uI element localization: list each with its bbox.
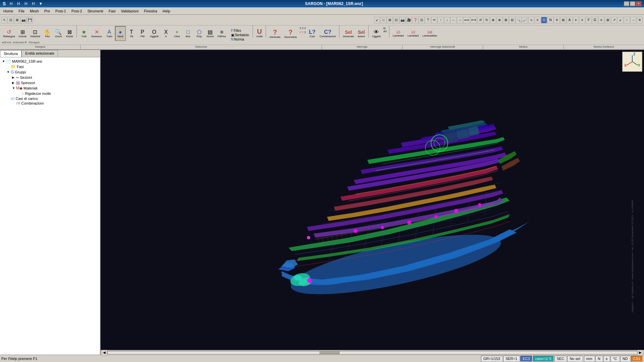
tree-root[interactable]: ▼ 📄 MAR062_1SR.wsr bbox=[1, 59, 99, 64]
viewport[interactable]: 👁 👁 bbox=[101, 50, 644, 350]
tool-save[interactable]: 💾 bbox=[27, 17, 33, 23]
oggetti-button[interactable]: O Oggetti bbox=[148, 26, 160, 41]
tr-btn-x2[interactable]: ✕ bbox=[637, 17, 643, 23]
tutto-button[interactable]: A Tutto bbox=[104, 26, 115, 41]
sezioni-expander[interactable]: ▶ bbox=[12, 76, 16, 79]
pm-button[interactable]: P PM bbox=[137, 26, 148, 41]
menu-help[interactable]: Help bbox=[160, 7, 173, 14]
scrollbar-thumb[interactable] bbox=[319, 351, 339, 354]
sel-generale-button[interactable]: Sel Generale bbox=[341, 26, 356, 41]
tree-spessori[interactable]: ▶ ▤ Spessori bbox=[1, 80, 99, 85]
materiali-expander[interactable]: ▼ bbox=[12, 86, 16, 90]
tr-btn-grid3[interactable]: ⊞ bbox=[560, 17, 566, 23]
tr-btn-hflip[interactable]: ⟺ bbox=[463, 17, 470, 23]
tree-rigidezze[interactable]: ○ Rigidezze molle bbox=[1, 91, 99, 96]
tr-btn-lines[interactable]: ≡ bbox=[535, 17, 541, 23]
tr-btn-arrows[interactable]: ↙ bbox=[374, 17, 380, 23]
combinazioni-button[interactable]: C? Combinazioni bbox=[318, 26, 337, 41]
geometria-button[interactable]: ? Geometria bbox=[282, 26, 298, 41]
scroll-right[interactable]: ▶ bbox=[637, 349, 643, 356]
tool-camera[interactable]: 📷 bbox=[20, 17, 26, 23]
nome-button[interactable]: ▤ Nome bbox=[205, 26, 216, 41]
menu-file[interactable]: File bbox=[16, 7, 27, 14]
lambda2-button[interactable]: λ3 Lambda2 bbox=[391, 26, 406, 41]
tr-btn-rt[interactable]: → bbox=[457, 17, 463, 23]
tr-btn-up[interactable]: ↑ bbox=[438, 17, 444, 23]
serbatoio-btn[interactable]: ▣ Serbatoio bbox=[230, 33, 251, 37]
tr-btn-help[interactable]: ❓ bbox=[412, 17, 418, 23]
minimize-button[interactable]: ─ bbox=[624, 1, 629, 6]
casi-button[interactable]: L? Casi bbox=[307, 26, 318, 41]
tr-btn-box[interactable]: □ bbox=[380, 17, 386, 23]
tutti-button[interactable]: ★ Tutti bbox=[78, 26, 89, 41]
filtro-btn[interactable]: F Filtro bbox=[230, 28, 251, 33]
menu-finestra[interactable]: Finestra bbox=[141, 7, 160, 14]
tr-btn-a[interactable]: A bbox=[567, 17, 573, 23]
qa-btn-1[interactable]: H bbox=[8, 1, 14, 7]
menu-pre[interactable]: Pre bbox=[42, 7, 53, 14]
includi-button[interactable]: ⊞ Includi bbox=[17, 26, 28, 41]
tr-btn-lines2[interactable]: ≡ bbox=[573, 17, 579, 23]
lambdamax-button[interactable]: λM LambdaMax bbox=[421, 26, 439, 41]
tr-btn-grid4[interactable]: ⊞ bbox=[605, 17, 611, 23]
tr-btn-zoomin[interactable]: 🔍 bbox=[516, 17, 522, 23]
mostra-oggetti-button[interactable]: 👁 Oggetti bbox=[370, 26, 382, 41]
tree-casi[interactable]: LC Casi di carico bbox=[1, 96, 99, 101]
qa-btn-4[interactable]: H bbox=[30, 1, 37, 7]
tool-grid[interactable]: ⊞ bbox=[14, 17, 20, 23]
menu-post1[interactable]: Post-1 bbox=[53, 7, 69, 14]
tree-fasi[interactable]: 📁 Fasi bbox=[1, 64, 99, 69]
tree-sezioni[interactable]: ▶ ═ Sezioni bbox=[1, 75, 99, 80]
maximize-button[interactable]: □ bbox=[630, 1, 635, 6]
norma-btn[interactable]: N Norma bbox=[230, 37, 251, 42]
fillfiss-button[interactable]: ≡ FillFiss bbox=[216, 26, 228, 41]
tr-btn-diag1[interactable]: ↗ bbox=[611, 17, 617, 23]
zoom-button[interactable]: 🔍 Zoom bbox=[53, 26, 64, 41]
struttura-tab[interactable]: Struttura bbox=[0, 50, 21, 57]
scrollbar-track[interactable] bbox=[107, 351, 637, 354]
menu-fasi[interactable]: Fasi bbox=[106, 7, 118, 14]
tr-btn-redo[interactable]: ↻ bbox=[484, 17, 490, 23]
menu-validazioni[interactable]: Validazioni bbox=[118, 7, 141, 14]
qa-btn-3[interactable]: H bbox=[22, 1, 29, 7]
tr-btn-wave[interactable]: ∿ bbox=[528, 17, 534, 23]
rimappa-label[interactable]: Rimappa bbox=[28, 41, 40, 44]
menu-home[interactable]: Home bbox=[1, 7, 16, 14]
nessuno-button[interactable]: ✕ Nessuno bbox=[90, 26, 104, 41]
vistestd-button[interactable]: ⊡ VisteStd bbox=[29, 26, 42, 41]
tr-btn-up2[interactable]: ↑ bbox=[624, 17, 630, 23]
tr-btn-lt[interactable]: ← bbox=[450, 17, 457, 23]
nodi-button[interactable]: ● Nodi bbox=[115, 26, 126, 41]
click-button[interactable]: + Click bbox=[172, 26, 182, 41]
tool-rect-select[interactable]: ⊡ bbox=[8, 17, 14, 23]
entita-tab[interactable]: Entità selezionate bbox=[21, 50, 58, 57]
unita-button[interactable]: U Unità bbox=[254, 25, 265, 40]
lambda3-button[interactable]: λ3 Lambda3 bbox=[406, 26, 420, 41]
qa-btn-2[interactable]: H bbox=[15, 1, 22, 7]
tr-btn-dn[interactable]: ↓ bbox=[444, 17, 450, 23]
tr-btn-expand[interactable]: ⊞ bbox=[503, 17, 509, 23]
tr-btn-vflip[interactable]: ⟷ bbox=[470, 17, 477, 23]
tr-btn-cam2[interactable]: 🎥 bbox=[406, 17, 412, 23]
estrai-button[interactable]: ⊠ Estrai bbox=[64, 26, 75, 41]
tr-btn-u[interactable]: U bbox=[541, 17, 547, 23]
antiorario-label[interactable]: Antiorario▼ bbox=[12, 41, 28, 44]
sel-azioni-button[interactable]: Sel Azioni bbox=[356, 26, 367, 41]
scroll-left[interactable]: ◀ bbox=[101, 349, 107, 356]
gruppi-expander[interactable]: ▼ bbox=[7, 70, 11, 74]
tr-btn-lines4[interactable]: ≡ bbox=[598, 17, 604, 23]
tb-button[interactable]: T TB bbox=[126, 26, 137, 41]
generale-button[interactable]: ? Generale bbox=[268, 26, 282, 41]
close-button[interactable]: ✕ bbox=[636, 1, 641, 6]
tr-btn-zoomout[interactable]: 🔎 bbox=[522, 17, 528, 23]
tr-btn-g[interactable]: G bbox=[592, 17, 598, 23]
x-button[interactable]: X X bbox=[161, 26, 171, 41]
root-expander[interactable]: ▼ bbox=[2, 60, 6, 63]
tr-btn-q[interactable]: ? bbox=[425, 17, 431, 23]
tr-btn-view[interactable]: ⊡ bbox=[393, 17, 399, 23]
box-button[interactable]: □ Box bbox=[183, 26, 194, 41]
qa-dropdown[interactable]: ▼ bbox=[37, 1, 44, 7]
tr-btn-rt2[interactable]: → bbox=[630, 17, 636, 23]
tree-materiali[interactable]: ▼ M◆ Materiali bbox=[1, 85, 99, 91]
tr-btn-diag2[interactable]: ↙ bbox=[618, 17, 624, 23]
